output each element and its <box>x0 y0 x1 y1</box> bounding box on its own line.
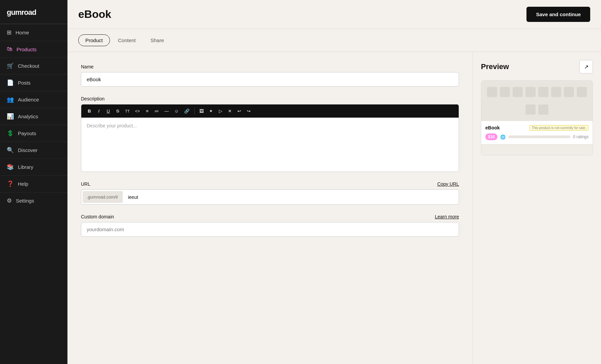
preview-header: Preview ↗ <box>481 60 593 73</box>
sidebar-item-label: Discover <box>18 147 37 153</box>
copy-url-link[interactable]: Copy URL <box>437 181 459 187</box>
toolbar-video[interactable]: ▷ <box>217 107 225 115</box>
toolbar-ordered-list[interactable]: ≔ <box>152 107 161 115</box>
tabs-bar: Product Content Share <box>67 29 601 52</box>
preview-spacer <box>508 135 570 138</box>
rich-text-editor: B I U S TT <> ≡ ≔ — ☺ 🔗 🖼 ✦ ▷ <box>81 104 459 172</box>
learn-more-link[interactable]: Learn more <box>435 214 459 219</box>
preview-placeholder-icon-9 <box>525 104 536 115</box>
toolbar-bullet-list[interactable]: ≡ <box>143 107 151 115</box>
sidebar-item-discover[interactable]: 🔍 Discover <box>0 142 67 158</box>
name-input[interactable] <box>81 72 459 87</box>
preview-placeholder-icon-7 <box>564 87 574 97</box>
preview-image-area <box>481 81 593 121</box>
toolbar-bold[interactable]: B <box>85 107 93 115</box>
toolbar-italic[interactable]: I <box>95 107 103 115</box>
sidebar-item-audience[interactable]: 👥 Audience <box>0 91 67 108</box>
toolbar-strikethrough[interactable]: S <box>114 107 122 115</box>
preview-placeholder-icon-6 <box>551 87 561 97</box>
help-icon: ❓ <box>7 180 14 187</box>
tab-content[interactable]: Content <box>111 35 143 46</box>
sidebar-item-label: Checkout <box>18 63 39 69</box>
custom-domain-field-group: Custom domain Learn more <box>81 214 459 237</box>
url-field-group: URL Copy URL .gumroad.com/l/ <box>81 181 459 205</box>
preview-placeholder-icon-2 <box>500 87 510 97</box>
checkout-icon: 🛒 <box>7 62 14 69</box>
sidebar-item-label: Analytics <box>18 114 38 119</box>
content-area: Name Description B I U S TT <> ≡ ≔ <box>67 52 601 364</box>
sidebar-item-label: Settings <box>16 198 34 204</box>
description-editor-body[interactable]: Describe your product... <box>81 118 459 172</box>
editor-toolbar: B I U S TT <> ≡ ≔ — ☺ 🔗 🖼 ✦ ▷ <box>81 104 459 118</box>
description-placeholder: Describe your product... <box>87 123 137 128</box>
name-label: Name <box>81 64 459 69</box>
preview-product-name: eBook <box>485 125 500 130</box>
toolbar-divider-line[interactable]: — <box>162 107 171 115</box>
sidebar: GUMROaD ⊞ Home 🛍 Products 🛒 Checkout 📄 P… <box>0 0 67 364</box>
preview-placeholder-icon-8 <box>577 87 587 97</box>
sidebar-item-label: Payouts <box>18 130 36 136</box>
preview-placeholder-icon-1 <box>487 87 497 97</box>
preview-globe-icon: 🌐 <box>500 134 506 140</box>
sidebar-item-label: Home <box>16 30 29 35</box>
tab-share[interactable]: Share <box>144 35 171 46</box>
save-continue-button[interactable]: Save and continue <box>526 7 590 22</box>
external-link-icon: ↗ <box>584 64 589 70</box>
preview-panel: Preview ↗ <box>473 52 601 364</box>
toolbar-underline[interactable]: U <box>104 107 112 115</box>
sidebar-item-label: Posts <box>18 80 31 86</box>
toolbar-x[interactable]: ✕ <box>226 107 234 115</box>
settings-icon: ⚙ <box>7 197 12 204</box>
custom-domain-input[interactable] <box>81 222 459 237</box>
sidebar-item-settings[interactable]: ⚙ Settings <box>0 192 67 209</box>
payouts-icon: 💲 <box>7 130 14 137</box>
preview-price: $10 <box>485 133 497 140</box>
preview-placeholder-icon-5 <box>538 87 548 97</box>
toolbar-heading[interactable]: TT <box>123 108 132 115</box>
preview-open-button[interactable]: ↗ <box>579 60 593 73</box>
main-wrapper: eBook Save and continue Product Content … <box>67 0 601 364</box>
preview-meta-row: $10 🌐 0 ratings <box>485 133 589 140</box>
logo: GUMROaD <box>0 0 67 24</box>
description-label: Description <box>81 96 459 101</box>
toolbar-image[interactable]: 🖼 <box>197 107 206 115</box>
discover-icon: 🔍 <box>7 147 14 154</box>
preview-status-badge: This product is not currently for sale. <box>530 125 589 131</box>
custom-domain-label: Custom domain <box>81 214 114 219</box>
url-prefix: .gumroad.com/l/ <box>83 191 122 203</box>
url-label-row: URL Copy URL <box>81 181 459 187</box>
library-icon: 📚 <box>7 163 14 171</box>
sidebar-item-label: Library <box>18 164 33 170</box>
toolbar-code[interactable]: <> <box>133 108 142 115</box>
form-panel: Name Description B I U S TT <> ≡ ≔ <box>67 52 473 364</box>
sidebar-item-payouts[interactable]: 💲 Payouts <box>0 125 67 142</box>
home-icon: ⊞ <box>7 29 11 36</box>
sidebar-item-products[interactable]: 🛍 Products <box>0 41 67 57</box>
url-suffix-input[interactable] <box>124 191 459 203</box>
toolbar-undo[interactable]: ↩ <box>235 107 244 115</box>
custom-domain-label-row: Custom domain Learn more <box>81 214 459 219</box>
posts-icon: 📄 <box>7 79 14 86</box>
sidebar-item-checkout[interactable]: 🛒 Checkout <box>0 57 67 74</box>
toolbar-sparkle[interactable]: ✦ <box>207 107 215 115</box>
sidebar-item-library[interactable]: 📚 Library <box>0 158 67 175</box>
toolbar-link[interactable]: 🔗 <box>182 107 192 115</box>
sidebar-item-home[interactable]: ⊞ Home <box>0 24 67 41</box>
toolbar-emoji[interactable]: ☺ <box>172 107 180 115</box>
preview-placeholder-icon-10 <box>538 104 548 115</box>
sidebar-item-posts[interactable]: 📄 Posts <box>0 74 67 91</box>
page-title: eBook <box>78 8 111 21</box>
description-field-group: Description B I U S TT <> ≡ ≔ — ☺ 🔗 <box>81 96 459 172</box>
toolbar-redo[interactable]: ↪ <box>245 107 253 115</box>
tab-product[interactable]: Product <box>78 34 110 46</box>
sidebar-item-label: Audience <box>18 97 39 102</box>
url-label: URL <box>81 181 90 187</box>
preview-product-row: eBook This product is not currently for … <box>485 125 589 131</box>
name-field-group: Name <box>81 64 459 87</box>
sidebar-item-help[interactable]: ❓ Help <box>0 175 67 192</box>
sidebar-item-analytics[interactable]: 📊 Analytics <box>0 108 67 125</box>
url-input-wrapper: .gumroad.com/l/ <box>81 189 459 205</box>
preview-placeholder-icon-4 <box>525 87 536 97</box>
top-header: eBook Save and continue <box>67 0 601 29</box>
preview-card-body: eBook This product is not currently for … <box>481 121 593 144</box>
